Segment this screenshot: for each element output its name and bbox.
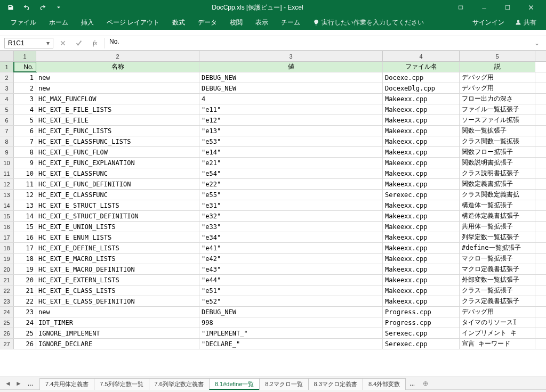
name-box[interactable]: R1C1 ▾ (4, 38, 53, 48)
cell[interactable]: Makeexx.cpp (383, 285, 460, 296)
cell[interactable]: Makeexx.cpp (383, 104, 460, 115)
cell[interactable]: DocexeDlg.cpp (383, 83, 460, 93)
cell[interactable]: "e22" (199, 179, 383, 189)
cell[interactable]: HC_EXT_E_EXTERN_LISTS (36, 275, 199, 285)
cell[interactable]: HC_EXT_E_FUNC_DEFINITION (36, 179, 199, 189)
expand-formula-bar-button[interactable]: ⌄ (532, 39, 542, 47)
cell[interactable]: Makeexx.cpp (383, 222, 460, 232)
cell[interactable]: "e14" (199, 147, 383, 157)
cell[interactable]: "e55" (199, 190, 383, 200)
cell[interactable]: Docexe.cpp (383, 72, 460, 83)
sheet-tab[interactable]: 8.4外部変数 (363, 378, 406, 390)
cell[interactable]: 20 (14, 275, 36, 285)
cell[interactable]: 17 (14, 243, 36, 253)
share-button[interactable]: 共有 (510, 18, 542, 27)
ribbon-tab-insert[interactable]: 挿入 (75, 15, 100, 30)
cell[interactable]: 9 (14, 158, 36, 168)
cell[interactable]: Makeexx.cpp (383, 200, 460, 210)
cell[interactable]: HC_EXT_E_DEFINE_LISTS (36, 243, 199, 253)
row-header[interactable]: 5 (0, 104, 14, 115)
cell[interactable]: Progress.cpp (383, 307, 460, 317)
cell[interactable]: 共用体一覧拡張子 (460, 222, 535, 232)
cell[interactable]: 13 (14, 200, 36, 210)
cell[interactable]: "e52" (199, 296, 383, 306)
cell[interactable]: ファイル一覧拡張子 (460, 104, 535, 115)
cell[interactable]: Makeexx.cpp (383, 158, 460, 168)
cell[interactable]: HC_EXT_E_FUNC_EXPLANATION (36, 158, 199, 168)
cell[interactable]: Progress.cpp (383, 317, 460, 328)
cell[interactable]: クラス関数一覧拡張 (460, 136, 535, 146)
cell[interactable]: "e42" (199, 254, 383, 264)
column-header[interactable]: 3 (199, 51, 383, 61)
redo-button[interactable] (35, 1, 50, 14)
row-header[interactable]: 3 (0, 83, 14, 93)
row-header[interactable]: 26 (0, 328, 14, 338)
cell[interactable]: 998 (199, 317, 383, 328)
enter-formula-button[interactable] (73, 38, 85, 48)
undo-button[interactable] (19, 1, 34, 14)
row-header[interactable]: 17 (0, 232, 14, 242)
sheet-tab[interactable]: 7.4共用体定義書 (39, 378, 94, 390)
row-header[interactable]: 4 (0, 94, 14, 104)
cell[interactable]: "e13" (199, 126, 383, 136)
cell[interactable]: HC_EXT_E_FILE_LISTS (36, 104, 199, 115)
tell-me-input[interactable]: 実行したい作業を入力してください (307, 15, 430, 30)
sheet-tab[interactable]: 7.5列挙定数一覧 (94, 378, 149, 390)
cell[interactable]: "e21" (199, 158, 383, 168)
signin-link[interactable]: サインイン (467, 18, 510, 27)
cell[interactable]: HC_EXT_E_MACRO_LISTS (36, 254, 199, 264)
row-header[interactable]: 6 (0, 115, 14, 125)
cell[interactable]: ファイル名 (383, 62, 460, 72)
qat-customize-button[interactable] (51, 1, 66, 14)
row-header[interactable]: 22 (0, 285, 14, 296)
column-header[interactable]: 1 (14, 51, 36, 61)
row-header[interactable]: 19 (0, 254, 14, 264)
cell[interactable]: "e33" (199, 222, 383, 232)
sheet-tabs-overflow-left[interactable]: ... (23, 378, 37, 389)
ribbon-tab-data[interactable]: データ (191, 15, 223, 30)
cell[interactable]: HC_EXT_E_UNION_LISTS (36, 222, 199, 232)
row-header[interactable]: 27 (0, 339, 14, 349)
cell[interactable]: "e32" (199, 211, 383, 221)
row-header[interactable]: 12 (0, 179, 14, 189)
cell[interactable]: フロー出力の深さ (460, 94, 535, 104)
cell[interactable]: Makeexx.cpp (383, 275, 460, 285)
maximize-button[interactable] (496, 1, 519, 14)
column-header[interactable]: 2 (36, 51, 199, 61)
cell[interactable]: "e31" (199, 200, 383, 210)
row-header[interactable]: 7 (0, 126, 14, 136)
cell[interactable]: 12 (14, 190, 36, 200)
cell[interactable]: "e53" (199, 136, 383, 146)
cell[interactable]: "e12" (199, 115, 383, 125)
row-header[interactable]: 24 (0, 307, 14, 317)
cell[interactable]: "e54" (199, 168, 383, 178)
cell[interactable]: Serexec.cpp (383, 190, 460, 200)
row-header[interactable]: 20 (0, 264, 14, 274)
cell[interactable]: クラス定義書拡張子 (460, 296, 535, 306)
sheet-nav-prev-button[interactable]: ◄ (3, 378, 13, 389)
cell[interactable]: 19 (14, 264, 36, 274)
cell[interactable]: 説 (460, 62, 535, 72)
cell[interactable]: Makeexx.cpp (383, 264, 460, 274)
ribbon-tab-team[interactable]: チーム (275, 15, 307, 30)
row-header[interactable]: 14 (0, 200, 14, 210)
row-header[interactable]: 13 (0, 190, 14, 200)
cell[interactable]: #define一覧拡張子 (460, 243, 535, 253)
select-all-corner[interactable] (0, 51, 14, 61)
sheet-tab[interactable]: 7.6列挙定数定義書 (149, 378, 210, 390)
cell[interactable]: Serexec.cpp (383, 328, 460, 338)
cell[interactable]: 26 (14, 339, 36, 349)
sheet-nav-next-button[interactable]: ► (14, 378, 23, 389)
cell[interactable]: 15 (14, 222, 36, 232)
cell[interactable]: "IMPLEMENT_" (199, 328, 383, 338)
sheet-tabs-overflow-right[interactable]: ... (405, 378, 419, 389)
cancel-formula-button[interactable] (57, 38, 69, 48)
cell[interactable]: "e51" (199, 285, 383, 296)
cell[interactable]: デバッグ用 (460, 83, 535, 93)
cell[interactable]: マクロ定義書拡張子 (460, 264, 535, 274)
sheet-tab[interactable]: 8.1#define一覧 (209, 378, 260, 390)
cell[interactable]: Makeexx.cpp (383, 168, 460, 178)
cell[interactable]: HC_EXT_E_FUNC_FLOW (36, 147, 199, 157)
cell[interactable]: DEBUG_NEW (199, 307, 383, 317)
cell[interactable]: HC_MAX_FUNCFLOW (36, 94, 199, 104)
